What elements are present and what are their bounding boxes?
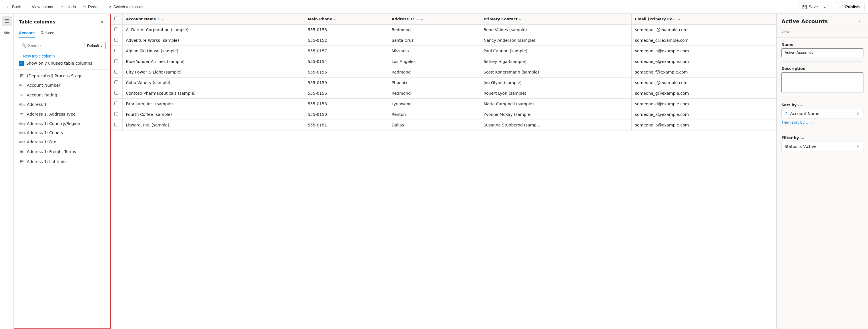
panel-close-button[interactable]: ✕ (98, 18, 106, 26)
row-checkbox-cell[interactable] (111, 56, 122, 67)
list-item[interactable]: ≡ Account Rating (14, 90, 110, 100)
row-checkbox[interactable] (114, 27, 118, 31)
row-checkbox-cell[interactable] (111, 67, 122, 78)
default-dropdown[interactable]: Default ⌄ (85, 42, 106, 49)
column-name: Address 1: County (27, 131, 106, 135)
search-box[interactable]: 🔍 (19, 42, 82, 49)
col-primary-contact[interactable]: Primary Contact ⌄ (480, 14, 631, 24)
save-chevron-button[interactable]: ⌄ (821, 3, 829, 10)
list-item[interactable]: Abc Address 1: Country/Region (14, 119, 110, 128)
row-checkbox[interactable] (114, 49, 118, 52)
row-address: Redmond (388, 88, 480, 99)
row-checkbox[interactable] (114, 112, 118, 116)
name-input[interactable] (781, 48, 863, 57)
search-input[interactable] (28, 43, 80, 48)
row-checkbox[interactable] (114, 38, 118, 42)
list-item[interactable]: Abc Address 1 (14, 100, 110, 109)
back-button[interactable]: ← Back (3, 3, 24, 11)
undo-button[interactable]: ↶ Undo (58, 3, 79, 11)
redo-button[interactable]: ↷ Redo (80, 3, 100, 11)
then-sort-link[interactable]: Then sort by ... ⌄ (781, 118, 863, 126)
list-item[interactable]: ≡ Address 1: Freight Terms (14, 146, 110, 157)
description-textarea[interactable] (781, 72, 863, 92)
panel-header: Table columns ✕ (14, 14, 110, 28)
grid-icon: ⊞ (19, 73, 25, 78)
col-account-name[interactable]: Account Name ↑ ⌄ (122, 14, 304, 24)
row-account-name: Alpine Ski House (sample) (122, 46, 304, 56)
props-close-button[interactable]: › (856, 17, 863, 25)
row-checkbox[interactable] (114, 80, 118, 84)
icon-bar-columns-button[interactable]: ☰ (2, 16, 12, 26)
save-main-button[interactable]: 💾 Save (799, 3, 822, 11)
row-account-name: Adventure Works (sample) (122, 35, 304, 46)
row-checkbox-cell[interactable] (111, 78, 122, 88)
list-item[interactable]: Abc Account Number (14, 81, 110, 90)
dropdown-chevron-icon: ⌄ (100, 44, 103, 48)
sort-item: ↑ Account Name ✕ (781, 109, 863, 118)
column-name: Address 1: Address Type (27, 112, 106, 116)
col-email[interactable]: Email (Primary Co... ⌄ (631, 14, 776, 24)
row-email: someone_d@example.com (631, 99, 776, 109)
tab-account[interactable]: Account (19, 28, 35, 38)
row-checkbox[interactable] (114, 123, 118, 127)
col-main-phone[interactable]: Main Phone ⌄ (304, 14, 388, 24)
props-header: Active Accounts › (777, 14, 868, 29)
row-primary-contact: Scott Konersmann (sample) (480, 67, 631, 78)
row-checkbox-cell[interactable] (111, 35, 122, 46)
row-checkbox-cell[interactable] (111, 109, 122, 120)
row-checkbox[interactable] (114, 102, 118, 105)
sort-item-remove-button[interactable]: ✕ (856, 111, 860, 116)
icon-bar: ☰ Abc (0, 14, 14, 329)
sort-item-asc-icon: ↑ (784, 111, 788, 116)
table-row[interactable]: Blue Yonder Airlines (sample) 555-0154 L… (111, 56, 776, 67)
table-row[interactable]: A. Datum Corporation (sample) 555-0158 R… (111, 24, 776, 35)
list-item[interactable]: Abc Address 1: County (14, 128, 110, 137)
table-row[interactable]: Litware, Inc. (sample) 555-0151 Dallas S… (111, 120, 776, 131)
switch-classic-button[interactable]: ↗ Switch to classic (105, 3, 146, 11)
table-row[interactable]: Contoso Pharmaceuticals (sample) 555-015… (111, 88, 776, 99)
icon-bar-abc-button[interactable]: Abc (2, 27, 12, 38)
row-main-phone: 555-0152 (304, 35, 388, 46)
row-checkbox[interactable] (114, 70, 118, 74)
row-checkbox[interactable] (114, 59, 118, 63)
abc-field-icon: Abc (19, 131, 25, 135)
unused-checkbox[interactable]: ✓ Show only unused table columns (19, 59, 106, 67)
list-item[interactable]: ⊞ (Deprecated) Process Stage (14, 71, 110, 81)
tab-related[interactable]: Related (40, 28, 54, 38)
data-grid-container[interactable]: Account Name ↑ ⌄ Main Phone ⌄ Addr (111, 14, 777, 329)
table-row[interactable]: Fourth Coffee (sample) 555-0150 Renton Y… (111, 109, 776, 120)
table-row[interactable]: Adventure Works (sample) 555-0152 Santa … (111, 35, 776, 46)
row-checkbox-cell[interactable] (111, 24, 122, 35)
row-email: someone_j@example.com (631, 78, 776, 88)
props-subtitle: View (777, 29, 868, 38)
row-account-name: City Power & Light (sample) (122, 67, 304, 78)
publish-button[interactable]: 📄 Publish (834, 3, 865, 11)
table-row[interactable]: Coho Winery (sample) 555-0159 Phoenix Ji… (111, 78, 776, 88)
list-item[interactable]: ≡ Address 1: Address Type (14, 109, 110, 119)
table-row[interactable]: Fabrikam, Inc. (sample) 555-0153 Lynnwoo… (111, 99, 776, 109)
row-email: someone_i@example.com (631, 24, 776, 35)
checkbox-header[interactable] (111, 14, 122, 24)
list-item[interactable]: ⊟ Address 1: Latitude (14, 157, 110, 166)
row-checkbox-cell[interactable] (111, 120, 122, 131)
row-checkbox-cell[interactable] (111, 88, 122, 99)
row-main-phone: 555-0157 (304, 46, 388, 56)
row-address: Missoula (388, 46, 480, 56)
select-all-checkbox[interactable] (114, 17, 118, 20)
row-checkbox-cell[interactable] (111, 99, 122, 109)
filter-item-remove-button[interactable]: ✕ (856, 144, 860, 149)
col-main-phone-label: Main Phone (308, 17, 332, 21)
col-chevron-icon: ⌄ (519, 17, 521, 21)
row-primary-contact: Jim Glynn (sample) (480, 78, 631, 88)
row-checkbox-cell[interactable] (111, 46, 122, 56)
row-main-phone: 555-0158 (304, 24, 388, 35)
main-layout: ☰ Abc Table columns ✕ Account Related 🔍 (0, 14, 868, 329)
table-row[interactable]: City Power & Light (sample) 555-0155 Red… (111, 67, 776, 78)
row-address: Santa Cruz (388, 35, 480, 46)
list-item[interactable]: Abc Address 1: Fax (14, 137, 110, 146)
row-checkbox[interactable] (114, 91, 118, 95)
col-address1[interactable]: Address 1: ... ⌄ (388, 14, 480, 24)
view-column-button[interactable]: + View column (25, 3, 57, 11)
new-column-button[interactable]: + New table column (19, 53, 55, 59)
table-row[interactable]: Alpine Ski House (sample) 555-0157 Misso… (111, 46, 776, 56)
